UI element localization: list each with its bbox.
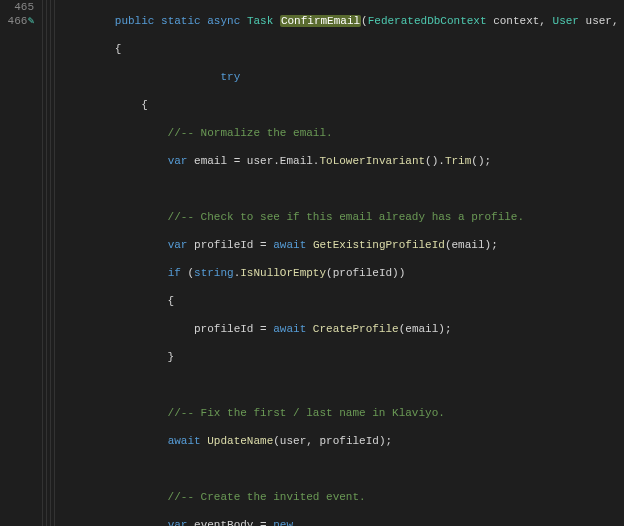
code-line [62,378,624,392]
code-line: try [62,70,624,84]
method-name-highlight: ConfirmEmail [280,15,361,27]
code-area[interactable]: public static async Task ConfirmEmail(Fe… [58,0,624,526]
line-number: 465 [0,0,34,14]
line-number: 466✎ [0,14,34,28]
code-line: profileId = await CreateProfile(email); [62,322,624,336]
edit-marker-icon: ✎ [27,15,34,27]
code-line [62,182,624,196]
code-line: if (string.IsNullOrEmpty(profileId)) [62,266,624,280]
line-number-gutter: 465 466✎ [0,0,40,526]
indent-guides [40,0,58,526]
code-line: await UpdateName(user, profileId); [62,434,624,448]
code-line: //-- Check to see if this email already … [62,210,624,224]
code-line: //-- Normalize the email. [62,126,624,140]
code-editor[interactable]: 465 466✎ public static async Task Confir… [0,0,624,526]
code-line: { [62,98,624,112]
code-line: var eventBody = new [62,518,624,526]
code-line: public static async Task ConfirmEmail(Fe… [62,14,624,28]
code-line: //-- Fix the first / last name in Klaviy… [62,406,624,420]
code-line: var profileId = await GetExistingProfile… [62,238,624,252]
code-line: { [62,42,624,56]
code-line: } [62,350,624,364]
code-line: { [62,294,624,308]
code-line: //-- Create the invited event. [62,490,624,504]
code-line: var email = user.Email.ToLowerInvariant(… [62,154,624,168]
code-line [62,462,624,476]
